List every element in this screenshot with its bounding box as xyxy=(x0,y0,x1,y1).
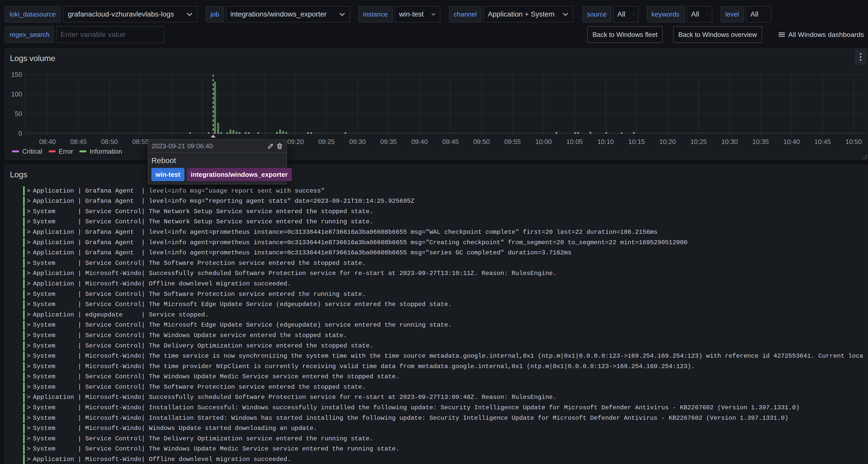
svg-text:09:35: 09:35 xyxy=(380,138,397,146)
svg-text:09:40: 09:40 xyxy=(411,138,428,146)
svg-text:08:50: 08:50 xyxy=(101,138,118,146)
svg-text:09:50: 09:50 xyxy=(473,138,490,146)
svg-text:08:45: 08:45 xyxy=(70,138,87,146)
svg-text:100: 100 xyxy=(11,90,22,98)
svg-text:09:55: 09:55 xyxy=(504,138,521,146)
svg-text:10:20: 10:20 xyxy=(659,138,676,146)
svg-text:10:35: 10:35 xyxy=(752,138,769,146)
svg-text:08:55: 08:55 xyxy=(132,138,149,146)
svg-text:10:00: 10:00 xyxy=(535,138,552,146)
svg-text:50: 50 xyxy=(15,110,22,118)
svg-text:08:40: 08:40 xyxy=(39,138,56,146)
svg-text:10:15: 10:15 xyxy=(628,138,645,146)
svg-text:10:25: 10:25 xyxy=(690,138,707,146)
svg-text:09:45: 09:45 xyxy=(442,138,459,146)
svg-text:0: 0 xyxy=(19,129,22,137)
svg-text:10:10: 10:10 xyxy=(597,138,614,146)
svg-text:09:30: 09:30 xyxy=(349,138,366,146)
svg-text:10:50: 10:50 xyxy=(845,138,862,146)
svg-text:10:05: 10:05 xyxy=(566,138,583,146)
svg-text:150: 150 xyxy=(11,71,22,79)
svg-text:09:25: 09:25 xyxy=(318,138,335,146)
svg-text:10:40: 10:40 xyxy=(783,138,800,146)
svg-text:10:45: 10:45 xyxy=(814,138,831,146)
svg-text:09:20: 09:20 xyxy=(287,138,304,146)
svg-text:10:30: 10:30 xyxy=(721,138,738,146)
